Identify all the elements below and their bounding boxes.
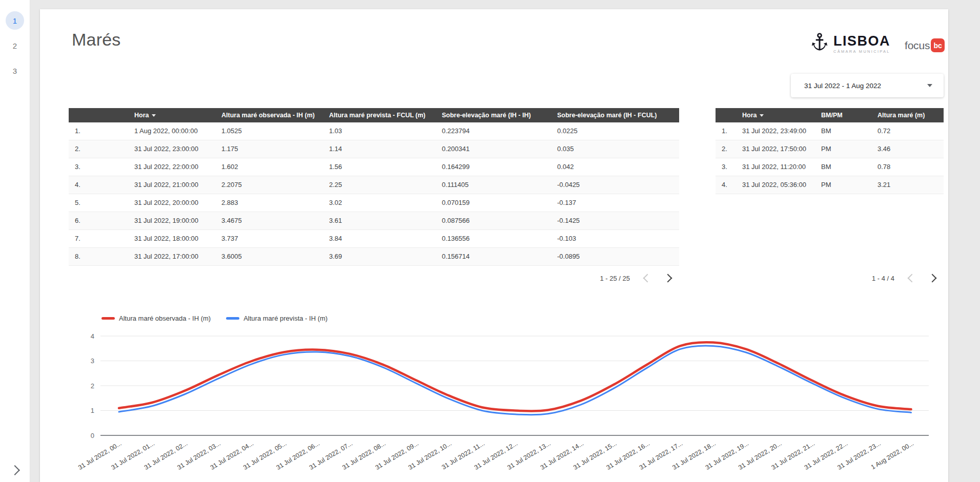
table-cell: 0.164299 xyxy=(436,158,551,176)
table-body: 1.1 Aug 2022, 00:00:001.05251.030.223794… xyxy=(69,122,679,266)
table-cell: 3. xyxy=(716,158,736,176)
pagination-prev-button[interactable] xyxy=(908,274,916,283)
table-row: 2.31 Jul 2022, 23:00:001.1751.140.200341… xyxy=(69,140,679,158)
table-row: 3.31 Jul 2022, 11:20:00BM0.78 xyxy=(716,158,944,176)
sort-desc-icon xyxy=(152,114,156,117)
table-cell: 31 Jul 2022, 17:50:00 xyxy=(736,140,815,158)
table-cell: 3.61 xyxy=(323,212,436,229)
column-header[interactable] xyxy=(716,108,736,122)
table-cell: 1 Aug 2022, 00:00:00 xyxy=(128,122,215,140)
column-header[interactable]: Sobre-elevação maré (IH - FCUL) xyxy=(551,108,679,122)
table-cell: 3.4675 xyxy=(215,212,323,229)
lisboa-logo: LISBOA CÂMARA MUNICIPAL xyxy=(810,32,890,55)
table-cell: 0.111405 xyxy=(436,176,551,194)
pagination-label: 1 - 25 / 25 xyxy=(600,275,630,282)
table-cell: 0.78 xyxy=(871,158,944,176)
column-header-label: Sobre-elevação maré (IH - FCUL) xyxy=(557,112,657,119)
table-row: 2.31 Jul 2022, 17:50:00PM3.46 xyxy=(716,140,944,158)
table-row: 6.31 Jul 2022, 19:00:003.46753.610.08756… xyxy=(69,212,679,230)
table-cell: 1.602 xyxy=(215,158,323,176)
pagination-next-button[interactable] xyxy=(664,274,672,283)
tide-chart-svg[interactable]: 0123431 Jul 2022, 00...31 Jul 2022, 01..… xyxy=(69,328,944,482)
focusbc-logo: focus bc xyxy=(905,38,945,52)
column-header[interactable] xyxy=(69,108,128,122)
page-title: Marés xyxy=(72,30,120,50)
y-tick-label: 4 xyxy=(91,332,94,340)
table-cell: 31 Jul 2022, 05:36:00 xyxy=(736,176,815,194)
column-header[interactable]: Hora xyxy=(736,108,815,122)
table-row: 3.31 Jul 2022, 22:00:001.6021.560.164299… xyxy=(69,158,679,176)
column-header-label: Altura maré (m) xyxy=(877,112,925,119)
table-cell: 3.84 xyxy=(323,230,436,247)
column-header[interactable]: Sobre-elevação maré (IH - IH) xyxy=(436,108,551,122)
table-cell: 0.136556 xyxy=(436,230,551,247)
table-cell: 1. xyxy=(716,122,736,140)
table-cell: BM xyxy=(815,158,871,176)
lisboa-logo-subtitle: CÂMARA MUNICIPAL xyxy=(833,49,890,54)
table-cell: 2.2075 xyxy=(215,176,323,194)
page-navigation-sidebar: 123 xyxy=(0,0,30,482)
column-header[interactable]: Altura maré (m) xyxy=(871,108,944,122)
table-cell: 4. xyxy=(716,176,736,194)
table-cell: 31 Jul 2022, 20:00:00 xyxy=(128,194,215,212)
table-cell: 5. xyxy=(69,194,128,212)
table-pagination: 1 - 25 / 25 xyxy=(69,270,679,286)
table-cell: 6. xyxy=(69,212,128,229)
focusbc-logo-text: focus xyxy=(905,39,930,52)
chart-legend: Altura maré observada - IH (m)Altura mar… xyxy=(101,315,328,322)
sort-desc-icon xyxy=(760,114,764,117)
table-cell: 1.0525 xyxy=(215,122,323,140)
column-header-label: Sobre-elevação maré (IH - IH) xyxy=(442,112,531,119)
date-range-value: 31 Jul 2022 - 1 Aug 2022 xyxy=(791,82,881,90)
table-cell: 0.0225 xyxy=(551,122,679,140)
table-cell: 0.223794 xyxy=(436,122,551,140)
table-cell: 3.69 xyxy=(323,248,436,265)
table-cell: 7. xyxy=(69,230,128,247)
table-cell: 1.175 xyxy=(215,140,323,158)
column-header-label: Altura maré observada - IH (m) xyxy=(221,112,315,119)
pagination-next-button[interactable] xyxy=(928,274,937,283)
table-cell: 3. xyxy=(69,158,128,176)
table-cell: 3.46 xyxy=(871,140,944,158)
table-cell: 3.6005 xyxy=(215,248,323,265)
table-body: 1.31 Jul 2022, 23:49:00BM0.722.31 Jul 20… xyxy=(716,122,944,194)
table-cell: 0.200341 xyxy=(436,140,551,158)
table-row: 8.31 Jul 2022, 17:00:003.60053.690.15671… xyxy=(69,248,679,266)
table-cell: 2.883 xyxy=(215,194,323,212)
table-cell: 8. xyxy=(69,248,128,265)
y-tick-label: 0 xyxy=(91,432,94,439)
page-nav-item-2[interactable]: 2 xyxy=(6,36,24,55)
expand-sidebar-button[interactable] xyxy=(0,467,30,474)
table-cell: 1.14 xyxy=(323,140,436,158)
anchor-icon xyxy=(810,32,829,55)
table-row: 1.1 Aug 2022, 00:00:001.05251.030.223794… xyxy=(69,122,679,140)
table-cell: -0.137 xyxy=(551,194,679,212)
table-cell: 0.087566 xyxy=(436,212,551,229)
table-cell: 0.72 xyxy=(871,122,944,140)
table-cell: 4. xyxy=(69,176,128,194)
table-cell: 0.042 xyxy=(551,158,679,176)
column-header[interactable]: Altura maré prevista - FCUL (m) xyxy=(323,108,436,122)
table-pagination: 1 - 4 / 4 xyxy=(716,270,944,286)
legend-label: Altura maré observada - IH (m) xyxy=(119,315,211,322)
date-range-picker[interactable]: 31 Jul 2022 - 1 Aug 2022 xyxy=(791,74,944,97)
column-header[interactable]: Hora xyxy=(128,108,215,122)
page-nav-item-1[interactable]: 1 xyxy=(6,11,24,30)
y-tick-label: 2 xyxy=(91,382,94,390)
column-header-label: Altura maré prevista - FCUL (m) xyxy=(329,112,425,119)
table-row: 4.31 Jul 2022, 21:00:002.20752.250.11140… xyxy=(69,176,679,194)
table-row: 1.31 Jul 2022, 23:49:00BM0.72 xyxy=(716,122,944,140)
table-cell: 0.070159 xyxy=(436,194,551,212)
table-cell: 1.56 xyxy=(323,158,436,176)
table-cell: 3.02 xyxy=(323,194,436,212)
table-cell: 1. xyxy=(69,122,128,140)
page-nav-item-3[interactable]: 3 xyxy=(6,61,24,80)
table-cell: 31 Jul 2022, 23:49:00 xyxy=(736,122,815,140)
column-header[interactable]: BM/PM xyxy=(815,108,871,122)
table-cell: -0.0425 xyxy=(551,176,679,194)
column-header[interactable]: Altura maré observada - IH (m) xyxy=(215,108,323,122)
series-line xyxy=(119,342,911,411)
pagination-prev-button[interactable] xyxy=(643,274,652,283)
table-cell: 1.03 xyxy=(323,122,436,140)
focusbc-logo-badge: bc xyxy=(931,38,945,52)
